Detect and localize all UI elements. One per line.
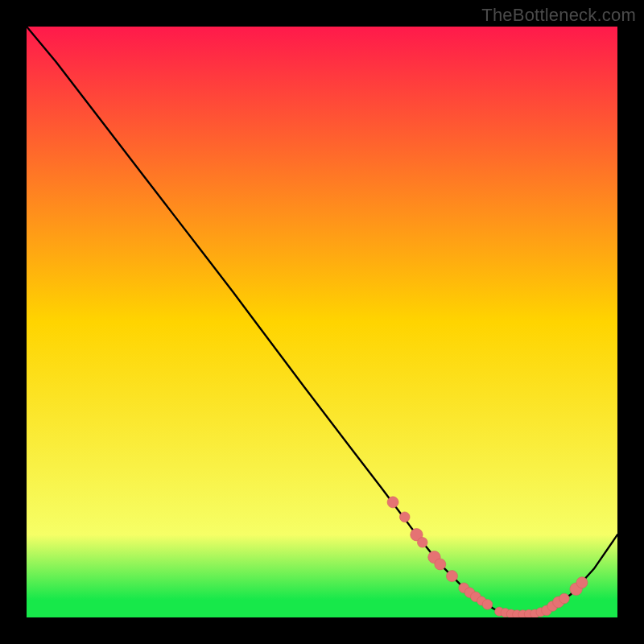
data-marker bbox=[482, 600, 493, 610]
plot-area bbox=[27, 27, 617, 617]
data-marker bbox=[446, 571, 457, 582]
data-marker bbox=[576, 577, 588, 588]
data-marker bbox=[387, 497, 398, 508]
data-marker bbox=[417, 537, 427, 547]
data-marker bbox=[559, 593, 570, 604]
data-marker bbox=[399, 512, 410, 522]
gradient-background bbox=[27, 27, 617, 617]
data-marker bbox=[435, 559, 446, 570]
watermark-text: TheBottleneck.com bbox=[481, 5, 636, 26]
chart-frame: TheBottleneck.com bbox=[0, 0, 644, 644]
chart-svg bbox=[27, 27, 617, 617]
